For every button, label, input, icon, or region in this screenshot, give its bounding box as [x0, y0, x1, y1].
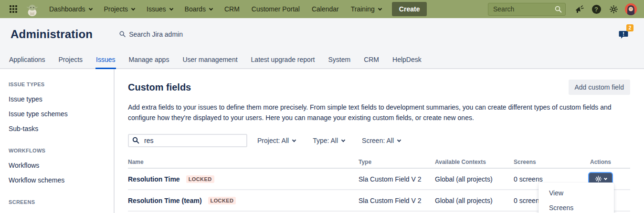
nav-dashboards[interactable]: Dashboards: [49, 5, 92, 13]
nav-crm[interactable]: CRM: [224, 5, 240, 13]
chevron-down-icon: [131, 6, 135, 10]
grid-dots-icon: [9, 5, 18, 13]
nav-issues[interactable]: Issues: [147, 5, 172, 13]
nav-calendar-label: Calendar: [312, 5, 339, 13]
tab-helpdesk[interactable]: HelpDesk: [392, 51, 422, 69]
sidebar-section-title: WORKFLOWS: [9, 148, 109, 153]
chevron-down-icon: [169, 6, 173, 10]
sidebar-item-workflow-schemes[interactable]: Workflow schemes: [9, 173, 109, 188]
topbar-search-input[interactable]: [488, 3, 566, 16]
page-title: Administration: [11, 28, 93, 41]
tab-system[interactable]: System: [327, 51, 351, 69]
avatar-image: [625, 3, 637, 15]
add-custom-field-button[interactable]: Add custom field: [569, 80, 631, 95]
nav-projects-label: Projects: [104, 5, 128, 13]
gear-icon: [595, 175, 602, 183]
tab-applications[interactable]: Applications: [9, 51, 46, 69]
filter-project[interactable]: Project: All: [257, 137, 296, 144]
field-contexts: Global (all projects): [435, 197, 514, 204]
create-button[interactable]: Create: [392, 2, 427, 16]
nav-training[interactable]: Training: [351, 5, 381, 13]
notification-count-badge: 2: [626, 24, 633, 31]
header-available-contexts: Available Contexts: [435, 159, 514, 165]
nav-crm-label: CRM: [224, 5, 240, 13]
search-icon: [555, 6, 562, 13]
filter-screen-label: Screen: All: [362, 137, 394, 144]
menu-item-view[interactable]: View: [538, 185, 614, 200]
admin-search-label: Search Jira admin: [129, 30, 183, 38]
site-logo[interactable]: [26, 2, 39, 16]
custom-field-search-input[interactable]: [128, 134, 247, 147]
chevron-down-icon: [209, 6, 213, 10]
sidebar-section-screens: SCREENS Screens: [9, 199, 109, 213]
header-actions: Actions: [590, 159, 630, 165]
chevron-down-icon: [378, 6, 382, 10]
top-navigation-bar: Dashboards Projects Issues Boards CRM Cu…: [0, 0, 644, 18]
settings-icon[interactable]: [607, 2, 620, 16]
tab-issues[interactable]: Issues: [95, 51, 116, 69]
chevron-down-icon: [292, 138, 296, 142]
filter-controls: Project: All Type: All Screen: All: [128, 134, 630, 147]
user-avatar[interactable]: [624, 2, 637, 16]
admin-search[interactable]: Search Jira admin: [119, 30, 183, 38]
nav-customer-portal[interactable]: Customer Portal: [252, 5, 300, 13]
main-header-row: Custom fields Add custom field: [128, 80, 630, 95]
question-mark-glyph: ?: [592, 5, 601, 14]
topbar-nav: Dashboards Projects Issues Boards CRM Cu…: [49, 5, 381, 13]
sidebar-item-sub-tasks[interactable]: Sub-tasks: [9, 122, 109, 136]
tab-latest-upgrade-report[interactable]: Latest upgrade report: [251, 51, 316, 69]
field-name: Resolution Time: [128, 175, 180, 183]
section-title: Custom fields: [128, 82, 191, 93]
announcements-icon[interactable]: [572, 2, 586, 16]
custom-field-search: [128, 134, 247, 147]
nav-projects[interactable]: Projects: [104, 5, 135, 13]
sidebar-item-issue-types[interactable]: Issue types: [9, 92, 109, 107]
header-name: Name: [128, 159, 359, 165]
filters: Project: All Type: All Screen: All: [257, 137, 401, 144]
search-icon: [119, 31, 126, 37]
megaphone-icon: [575, 5, 584, 13]
chevron-down-icon: [88, 6, 92, 10]
locked-badge: LOCKED: [208, 197, 236, 204]
filter-type[interactable]: Type: All: [313, 137, 345, 144]
filter-screen[interactable]: Screen: All: [362, 137, 401, 144]
tab-projects[interactable]: Projects: [58, 51, 84, 69]
sidebar-item-issue-type-schemes[interactable]: Issue type schemes: [9, 107, 109, 122]
field-name: Resolution Time (team): [128, 197, 202, 204]
chevron-down-icon: [397, 138, 401, 142]
jira-admin-page: Dashboards Projects Issues Boards CRM Cu…: [0, 0, 644, 213]
help-icon[interactable]: ?: [590, 2, 603, 16]
search-icon: [132, 137, 139, 144]
sidebar: ISSUE TYPES Issue types Issue type schem…: [0, 69, 115, 213]
notifications-icon[interactable]: ! 2: [618, 28, 632, 41]
nav-calendar[interactable]: Calendar: [312, 5, 339, 13]
topbar-right-icons: ?: [572, 2, 637, 16]
tab-user-management[interactable]: User management: [182, 51, 238, 69]
nav-issues-label: Issues: [147, 5, 166, 13]
field-type: Sla Custom Field V 2: [359, 175, 435, 183]
sidebar-item-workflows[interactable]: Workflows: [9, 158, 109, 173]
nav-dashboards-label: Dashboards: [49, 5, 85, 13]
topbar-search: [488, 3, 566, 16]
app-switcher-icon[interactable]: [7, 2, 20, 16]
sidebar-section-issue-types: ISSUE TYPES Issue types Issue type schem…: [9, 81, 109, 136]
locked-badge: LOCKED: [186, 175, 214, 183]
admin-header: Administration Search Jira admin ! 2: [0, 18, 644, 50]
tab-manage-apps[interactable]: Manage apps: [128, 51, 170, 69]
sidebar-section-workflows: WORKFLOWS Workflows Workflow schemes: [9, 148, 109, 188]
section-description: Add extra fields to your issues to defin…: [128, 102, 630, 123]
nav-customer-portal-label: Customer Portal: [252, 5, 300, 13]
tab-crm[interactable]: CRM: [363, 51, 380, 69]
chevron-down-icon: [341, 138, 345, 142]
admin-tabs: Applications Projects Issues Manage apps…: [0, 50, 644, 69]
sidebar-item-screens[interactable]: Screens: [9, 210, 109, 213]
sidebar-section-title: SCREENS: [9, 199, 109, 205]
menu-item-screens[interactable]: Screens: [538, 200, 614, 213]
field-type: Sla Custom Field V 2: [359, 197, 435, 204]
nav-training-label: Training: [351, 5, 375, 13]
nav-boards[interactable]: Boards: [185, 5, 212, 13]
chevron-down-icon: [603, 177, 607, 180]
gear-icon: [609, 5, 618, 14]
nav-boards-label: Boards: [185, 5, 206, 13]
field-contexts: Global (all projects): [435, 175, 514, 183]
